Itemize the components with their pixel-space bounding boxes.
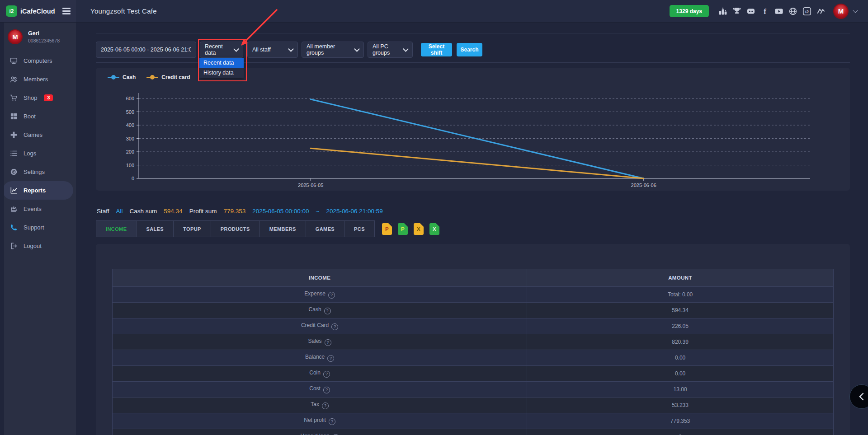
sidebar-item-boot[interactable]: Boot [0, 107, 76, 126]
help-icon[interactable]: ? [327, 355, 334, 362]
ranking-icon[interactable] [718, 7, 727, 16]
income-label: Balance [305, 354, 325, 360]
hamburger-menu-icon[interactable] [61, 6, 71, 16]
user-phone: 008612345678 [28, 38, 60, 43]
staff-select-value: All staff [252, 47, 271, 53]
help-icon[interactable]: ? [331, 323, 338, 330]
period-end: 2025-06-06 21:00:59 [326, 208, 382, 215]
amount-cell: 779.353 [527, 413, 834, 429]
youngzsoft-logo-icon[interactable] [816, 7, 826, 16]
reports-chart-icon [10, 187, 18, 194]
tab-games[interactable]: GAMES [306, 220, 344, 237]
select-shift-button[interactable]: Select shift [421, 43, 452, 56]
legend-item-credit-card[interactable]: Credit card [146, 74, 190, 80]
globe-icon[interactable] [788, 7, 797, 16]
export-pdf-all-icon[interactable]: P [398, 223, 408, 235]
profit-sum-label: Profit sum [189, 208, 217, 215]
boot-windows-icon [10, 112, 18, 120]
amount-cell: Total: 0.00 [527, 287, 834, 303]
legend-label: Credit card [161, 74, 190, 80]
sidebar-item-support[interactable]: Support [0, 218, 76, 237]
income-label-cell: Expense? [113, 287, 527, 303]
search-button[interactable]: Search [457, 43, 482, 56]
sidebar-item-logout[interactable]: Logout [0, 237, 76, 255]
svg-text:2025-06-05: 2025-06-05 [298, 182, 323, 188]
export-excel-all-icon[interactable]: X [429, 223, 439, 235]
table-row-balance: Balance?0.00 [113, 350, 834, 366]
sidebar-item-label: Games [24, 131, 42, 138]
brand-name: iCafeCloud [20, 8, 55, 15]
table-row-coin: Coin?0.00 [113, 366, 834, 382]
help-icon[interactable]: ? [323, 371, 330, 378]
sidebar-item-computers[interactable]: Computers [0, 51, 76, 70]
sidebar-item-settings[interactable]: Settings [0, 163, 76, 181]
sidebar-item-logs[interactable]: Logs [0, 144, 76, 163]
help-icon[interactable]: ? [329, 418, 335, 425]
chevron-down-icon [403, 46, 409, 52]
income-label: Coin [309, 370, 321, 376]
svg-text:600: 600 [126, 96, 134, 101]
export-pdf-page-icon[interactable]: P [382, 223, 392, 235]
income-label: Tax [311, 401, 319, 407]
option-recent-data[interactable]: Recent data [199, 58, 244, 68]
tab-sales[interactable]: SALES [137, 220, 174, 237]
svg-text:2025-06-06: 2025-06-06 [631, 182, 656, 188]
income-label-cell: Cost? [113, 382, 527, 398]
tab-pcs[interactable]: PCS [344, 220, 375, 237]
user-name: Geri [28, 30, 60, 37]
sidebar-item-games[interactable]: Games [0, 126, 76, 144]
tab-topup[interactable]: TOPUP [174, 220, 211, 237]
logs-icon [10, 150, 18, 157]
tab-products[interactable]: PRODUCTS [211, 220, 260, 237]
chevron-down-icon[interactable] [853, 8, 858, 13]
topbar-right: 1329 days fi2 M [670, 4, 868, 19]
discord-icon[interactable] [746, 7, 755, 16]
income-table: INCOMEAMOUNT Expense?Total: 0.00Cash?594… [112, 269, 834, 435]
chart-legend: CashCredit card [108, 74, 190, 80]
youtube-icon[interactable] [774, 7, 783, 16]
income-label-cell: Balance? [113, 350, 527, 366]
data-type-select[interactable]: Recent data [200, 42, 243, 58]
help-icon[interactable]: ? [322, 402, 329, 409]
pc-groups-select[interactable]: All PC groups [368, 42, 413, 58]
sidebar-item-shop[interactable]: Shop3 [0, 89, 76, 107]
tab-income[interactable]: INCOME [96, 220, 137, 237]
help-icon[interactable]: ? [328, 292, 335, 299]
trophy-icon[interactable] [732, 7, 741, 16]
brand-zone: i2 iCafeCloud [0, 0, 76, 22]
icafe-logo-icon[interactable]: i2 [802, 7, 811, 16]
member-groups-select[interactable]: All member groups [302, 42, 364, 58]
amount-cell: 820.39 [527, 334, 834, 350]
export-excel-page-icon[interactable]: X [414, 223, 424, 235]
help-icon[interactable]: ? [325, 339, 331, 346]
help-icon[interactable]: ? [323, 387, 330, 393]
legend-marker [108, 77, 119, 78]
date-range-input[interactable] [96, 42, 196, 58]
sidebar-item-events[interactable]: Events [0, 200, 76, 218]
facebook-icon[interactable]: f [760, 7, 769, 16]
members-icon [10, 75, 18, 83]
license-days-button[interactable]: 1329 days [670, 5, 709, 17]
avatar[interactable]: M [833, 4, 849, 19]
help-icon[interactable]: ? [324, 308, 331, 314]
table-row-cost: Cost?13.00 [113, 382, 834, 398]
option-history-data[interactable]: History data [199, 68, 244, 78]
cash-sum-label: Cash sum [130, 208, 157, 215]
svg-text:500: 500 [126, 109, 134, 115]
sidebar-item-reports[interactable]: Reports [3, 181, 73, 200]
chevron-down-icon [288, 46, 294, 52]
sidebar-item-label: Computers [24, 57, 52, 64]
sidebar-item-members[interactable]: Members [0, 70, 76, 89]
sidebar-item-label: Reports [24, 187, 46, 194]
table-row-expense: Expense?Total: 0.00 [113, 287, 834, 303]
svg-text:100: 100 [126, 163, 134, 168]
table-row-credit-card: Credit Card?226.05 [113, 318, 834, 334]
tab-members[interactable]: MEMBERS [260, 220, 306, 237]
staff-select[interactable]: All staff [247, 42, 298, 58]
sidebar-user-block[interactable]: M Geri 008612345678 [0, 23, 76, 48]
shop-badge: 3 [44, 94, 53, 102]
shop-cart-icon [10, 94, 18, 102]
income-label-cell: Credit Card? [113, 318, 527, 334]
events-crown-icon [10, 205, 18, 213]
legend-item-cash[interactable]: Cash [108, 74, 136, 80]
